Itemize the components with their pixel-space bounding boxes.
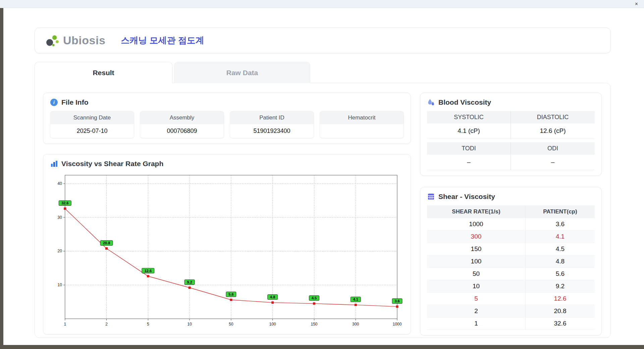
svg-text:20: 20 — [58, 249, 62, 254]
patient-cell: 32.6 — [525, 317, 595, 330]
table-row: 1004.8 — [427, 255, 595, 268]
shear-rate-cell: 300 — [427, 231, 525, 243]
tab-bar: Result Raw Data — [35, 62, 611, 83]
svg-text:2: 2 — [105, 322, 108, 327]
patient-cell: 5.6 — [525, 268, 595, 280]
field-patient-id: Patient ID 51901923400 — [230, 111, 314, 138]
shear-rate-cell: 5 — [427, 293, 525, 305]
file-info-card: i File Info Scanning Date 2025-07-10 Ass… — [43, 93, 411, 144]
svg-text:40: 40 — [58, 181, 62, 186]
svg-text:12.6: 12.6 — [145, 269, 152, 273]
svg-text:150: 150 — [311, 322, 318, 327]
svg-text:5.6: 5.6 — [228, 292, 233, 296]
svg-text:10: 10 — [58, 283, 62, 287]
diastolic-label: DIASTOLIC — [511, 111, 595, 123]
shear-viscosity-table: SHEAR RATE(1/s) PATIENT(cp) 10003.63004.… — [427, 205, 595, 330]
column-shear-rate: SHEAR RATE(1/s) — [427, 205, 525, 218]
field-label: Assembly — [140, 111, 224, 124]
right-column: Blood Viscosity SYSTOLIC DIASTOLIC 4.1 (… — [420, 93, 602, 330]
svg-text:30: 30 — [58, 215, 62, 220]
svg-text:32.6: 32.6 — [61, 201, 68, 205]
shear-rate-cell: 10 — [427, 280, 525, 293]
graph-title: Viscosity vs Shear Rate Graph — [61, 160, 163, 168]
table-row: 109.2 — [427, 280, 595, 293]
page-title: 스캐닝 모세관 점도계 — [121, 35, 204, 46]
svg-text:1: 1 — [64, 322, 66, 327]
field-assembly: Assembly 000706809 — [140, 111, 224, 138]
droplet-icon — [427, 98, 435, 106]
tab-result[interactable]: Result — [35, 62, 172, 83]
shear-viscosity-title: Shear - Viscosity — [438, 193, 495, 201]
header-card: Ubiosis 스캐닝 모세관 점도계 — [35, 28, 611, 53]
shear-rate-cell: 100 — [427, 255, 525, 268]
file-info-fields: Scanning Date 2025-07-10 Assembly 000706… — [50, 111, 404, 138]
svg-text:300: 300 — [352, 322, 359, 327]
svg-text:4.8: 4.8 — [270, 295, 275, 299]
patient-cell: 4.5 — [525, 243, 595, 255]
shear-rate-cell: 50 — [427, 268, 525, 280]
odi-value: – — [511, 155, 595, 170]
shear-viscosity-card: Shear - Viscosity SHEAR RATE(1/s) PATIEN… — [420, 187, 602, 336]
table-row: 220.8 — [427, 305, 595, 317]
systolic-diastolic-grid: SYSTOLIC DIASTOLIC 4.1 (cP) 12.6 (cP) — [427, 111, 595, 139]
table-row: 132.6 — [427, 317, 595, 330]
shear-rate-cell: 150 — [427, 243, 525, 255]
shear-rate-cell: 1000 — [427, 218, 525, 231]
field-value: 2025-07-10 — [50, 124, 134, 138]
tab-raw-data[interactable]: Raw Data — [174, 62, 310, 83]
svg-text:100: 100 — [269, 322, 276, 327]
brand-name: Ubiosis — [63, 34, 105, 47]
svg-text:5: 5 — [147, 322, 149, 327]
viscosity-graph-card: Viscosity vs Shear Rate Graph 1020304012… — [43, 154, 411, 335]
systolic-label: SYSTOLIC — [427, 111, 511, 123]
shear-rate-cell: 2 — [427, 305, 525, 317]
app-window: Ubiosis 스캐닝 모세관 점도계 Result Raw Data i Fi… — [3, 8, 644, 345]
brand-logo: Ubiosis — [45, 34, 105, 47]
patient-cell: 4.1 — [525, 231, 595, 243]
ubiosis-logo-icon — [45, 34, 60, 47]
patient-cell: 20.8 — [525, 305, 595, 317]
todi-label: TODI — [427, 142, 511, 155]
svg-text:50: 50 — [229, 322, 233, 327]
field-label: Hematocrit — [320, 111, 404, 124]
file-info-title: File Info — [61, 98, 89, 106]
field-value: 000706809 — [140, 124, 224, 138]
systolic-value: 4.1 (cP) — [427, 123, 511, 139]
field-value: 51901923400 — [230, 124, 314, 138]
result-panel: i File Info Scanning Date 2025-07-10 Ass… — [35, 83, 611, 338]
svg-text:4.5: 4.5 — [312, 296, 317, 300]
svg-text:1000: 1000 — [393, 322, 402, 327]
title-bar: × — [0, 0, 644, 8]
todi-value: – — [427, 155, 511, 170]
left-column: i File Info Scanning Date 2025-07-10 Ass… — [43, 93, 411, 330]
table-row: 512.6 — [427, 293, 595, 305]
close-icon[interactable]: × — [634, 0, 639, 8]
field-label: Scanning Date — [50, 111, 134, 124]
svg-text:9.2: 9.2 — [187, 280, 192, 284]
odi-label: ODI — [511, 142, 595, 155]
table-row: 3004.1 — [427, 231, 595, 243]
svg-text:4.1: 4.1 — [353, 297, 358, 301]
todi-odi-grid: TODI ODI – – — [427, 142, 595, 170]
blood-viscosity-card: Blood Viscosity SYSTOLIC DIASTOLIC 4.1 (… — [420, 93, 602, 176]
table-row: 1504.5 — [427, 243, 595, 255]
table-row: 10003.6 — [427, 218, 595, 231]
patient-cell: 12.6 — [525, 293, 595, 305]
patient-cell: 3.6 — [525, 218, 595, 231]
table-header-row: SHEAR RATE(1/s) PATIENT(cp) — [427, 205, 595, 218]
page-content: Ubiosis 스캐닝 모세관 점도계 Result Raw Data i Fi… — [35, 28, 611, 338]
field-scanning-date: Scanning Date 2025-07-10 — [50, 111, 134, 138]
bar-chart-icon — [50, 160, 58, 168]
shear-rate-cell: 1 — [427, 317, 525, 330]
shear-table-body: 10003.63004.11504.51004.8505.6109.2512.6… — [427, 218, 595, 330]
patient-cell: 4.8 — [525, 255, 595, 268]
diastolic-value: 12.6 (cP) — [511, 123, 595, 139]
blood-viscosity-title: Blood Viscosity — [438, 98, 491, 106]
field-hematocrit: Hematocrit — [320, 111, 404, 138]
info-icon: i — [50, 98, 58, 106]
table-grid-icon — [427, 193, 435, 201]
field-value — [320, 124, 404, 138]
table-row: 505.6 — [427, 268, 595, 280]
field-label: Patient ID — [230, 111, 314, 124]
column-patient: PATIENT(cp) — [525, 205, 595, 218]
